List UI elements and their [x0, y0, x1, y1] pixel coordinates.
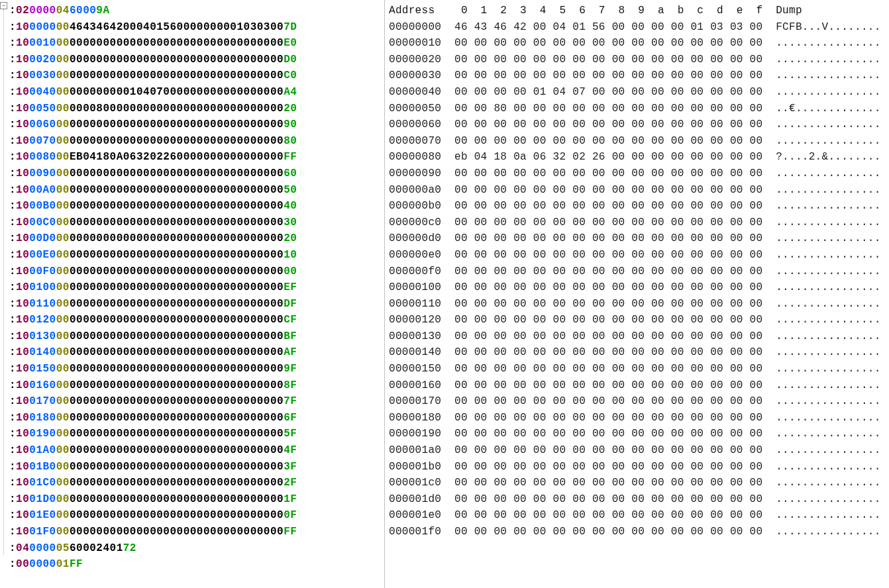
hex-dump-row[interactable]: 000001b0 00 00 00 00 00 00 00 00 00 00 0… [389, 459, 889, 475]
hex-dump-row[interactable]: 00000100 00 00 00 00 00 00 00 00 00 00 0… [389, 279, 889, 296]
intel-hex-record[interactable]: :100020000000000000000000000000000000000… [9, 52, 384, 68]
intel-hex-record[interactable]: :100120000000000000000000000000000000000… [9, 312, 384, 328]
hex-dump-row[interactable]: 000001c0 00 00 00 00 00 00 00 00 00 00 0… [389, 475, 889, 491]
hex-dump-row[interactable]: 000000d0 00 00 00 00 00 00 00 00 00 00 0… [389, 230, 889, 247]
record-type: 00 [56, 526, 70, 538]
hex-dump-row[interactable]: 000000a0 00 00 00 00 00 00 00 00 00 00 0… [389, 182, 889, 199]
record-bytecount: 10 [16, 461, 29, 473]
intel-hex-record[interactable]: :100000004643464200040156000000000103030… [9, 19, 384, 36]
intel-hex-record[interactable]: :100160000000000000000000000000000000000… [9, 377, 384, 394]
intel-hex-record[interactable]: :1000F0000000000000000000000000000000000… [9, 264, 384, 280]
hex-dump-row[interactable]: 00000000 46 43 46 42 00 04 01 56 00 00 0… [389, 19, 889, 36]
record-type: 00 [56, 444, 70, 456]
intel-hex-record[interactable]: :100110000000000000000000000000000000000… [9, 296, 384, 313]
intel-hex-record[interactable]: :100050000000800000000000000000000000000… [9, 101, 384, 117]
intel-hex-record[interactable]: :100170000000000000000000000000000000000… [9, 393, 384, 410]
record-colon: : [9, 232, 16, 244]
intel-hex-record[interactable]: :1000E0000000000000000000000000000000000… [9, 247, 384, 264]
intel-hex-record[interactable]: :1001F0000000000000000000000000000000000… [9, 524, 384, 540]
record-type: 00 [56, 395, 70, 407]
intel-hex-record[interactable]: :1000D0000000000000000000000000000000000… [9, 230, 384, 247]
hex-dump-row[interactable]: 00000010 00 00 00 00 00 00 00 00 00 00 0… [389, 35, 889, 52]
hex-dump-pane[interactable]: Address 0 1 2 3 4 5 6 7 8 9 a b c d e f … [384, 0, 889, 588]
hex-dump-row[interactable]: 00000040 00 00 00 00 01 04 07 00 00 00 0… [389, 84, 889, 101]
intel-hex-record[interactable]: :100040000000000001040700000000000000000… [9, 84, 384, 101]
hex-dump-row[interactable]: 000000f0 00 00 00 00 00 00 00 00 00 00 0… [389, 264, 889, 280]
intel-hex-record[interactable]: :100010000000000000000000000000000000000… [9, 35, 384, 52]
intel-hex-record[interactable]: :1001A0000000000000000000000000000000000… [9, 442, 384, 459]
intel-hex-record[interactable]: :100030000000000000000000000000000000000… [9, 68, 384, 84]
tree-collapse-toggle[interactable]: – [0, 2, 7, 9]
record-address: 0000 [29, 21, 56, 33]
intel-hex-record[interactable]: :1000A0000000000000000000000000000000000… [9, 182, 384, 199]
hex-dump-row[interactable]: 00000120 00 00 00 00 00 00 00 00 00 00 0… [389, 312, 889, 328]
record-bytecount: 10 [16, 330, 29, 342]
intel-hex-record[interactable]: :100090000000000000000000000000000000000… [9, 166, 384, 182]
record-type: 00 [56, 70, 70, 81]
intel-hex-record[interactable]: :0200000460009A [9, 3, 384, 19]
hex-dump-row[interactable]: 00000190 00 00 00 00 00 00 00 00 00 00 0… [389, 426, 889, 442]
hex-dump-row[interactable]: 00000020 00 00 00 00 00 00 00 00 00 00 0… [389, 52, 889, 68]
intel-hex-record[interactable]: :100100000000000000000000000000000000000… [9, 279, 384, 296]
record-checksum: E0 [284, 37, 297, 49]
hex-dump-row[interactable]: 00000060 00 00 00 00 00 00 00 00 00 00 0… [389, 117, 889, 133]
intel-hex-record[interactable]: :00000001FF [9, 556, 384, 573]
hex-dump-row[interactable]: 000001a0 00 00 00 00 00 00 00 00 00 00 0… [389, 442, 889, 459]
hex-dump-row[interactable]: 00000070 00 00 00 00 00 00 00 00 00 00 0… [389, 133, 889, 150]
record-colon: : [9, 266, 16, 277]
record-type: 00 [56, 200, 70, 212]
hex-dump-row[interactable]: 00000050 00 00 80 00 00 00 00 00 00 00 0… [389, 101, 889, 117]
intel-hex-record[interactable]: :040000056000240172 [9, 540, 384, 557]
record-checksum: 10 [284, 249, 297, 261]
record-data: 00000000000000000000000000000000 [70, 37, 284, 49]
record-colon: : [9, 249, 16, 261]
hex-dump-row[interactable]: 00000030 00 00 00 00 00 00 00 00 00 00 0… [389, 68, 889, 84]
hex-dump-row[interactable]: 000001e0 00 00 00 00 00 00 00 00 00 00 0… [389, 507, 889, 524]
record-address: 0100 [29, 281, 56, 293]
intel-hex-record[interactable]: :100180000000000000000000000000000000000… [9, 410, 384, 426]
intel-hex-record[interactable]: :100140000000000000000000000000000000000… [9, 344, 384, 361]
intel-hex-record[interactable]: :1000C0000000000000000000000000000000000… [9, 215, 384, 231]
hex-dump-row[interactable]: 000001d0 00 00 00 00 00 00 00 00 00 00 0… [389, 491, 889, 508]
record-checksum: 2F [284, 477, 297, 489]
hex-dump-row[interactable]: 000000c0 00 00 00 00 00 00 00 00 00 00 0… [389, 215, 889, 231]
intel-hex-record[interactable]: :1001C0000000000000000000000000000000000… [9, 475, 384, 491]
record-address: 00C0 [29, 217, 56, 228]
record-type: 00 [56, 266, 70, 277]
hex-dump-row[interactable]: 00000130 00 00 00 00 00 00 00 00 00 00 0… [389, 328, 889, 345]
hex-dump-row[interactable]: 00000080 eb 04 18 0a 06 32 02 26 00 00 0… [389, 149, 889, 166]
hex-dump-row[interactable]: 000000b0 00 00 00 00 00 00 00 00 00 00 0… [389, 198, 889, 215]
intel-hex-record[interactable]: :100070000000000000000000000000000000000… [9, 133, 384, 150]
record-colon: : [9, 558, 16, 570]
record-colon: : [9, 542, 16, 554]
hex-dump-row[interactable]: 000001f0 00 00 00 00 00 00 00 00 00 00 0… [389, 524, 889, 540]
hex-dump-header: Address 0 1 2 3 4 5 6 7 8 9 a b c d e f … [389, 3, 889, 19]
hex-dump-row[interactable]: 00000170 00 00 00 00 00 00 00 00 00 00 0… [389, 393, 889, 410]
intel-hex-record[interactable]: :1001D0000000000000000000000000000000000… [9, 491, 384, 508]
hex-dump-row[interactable]: 00000150 00 00 00 00 00 00 00 00 00 00 0… [389, 361, 889, 377]
record-address: 0050 [29, 103, 56, 115]
intel-hex-record[interactable]: :1001B0000000000000000000000000000000000… [9, 459, 384, 475]
record-data: 00000000000000000000000000000000 [70, 135, 284, 147]
record-data: 00000000000000000000000000000000 [70, 266, 284, 277]
intel-hex-record[interactable]: :100150000000000000000000000000000000000… [9, 361, 384, 377]
hex-dump-row[interactable]: 00000160 00 00 00 00 00 00 00 00 00 00 0… [389, 377, 889, 394]
hex-dump-row[interactable]: 00000140 00 00 00 00 00 00 00 00 00 00 0… [389, 344, 889, 361]
hex-dump-row[interactable]: 000000e0 00 00 00 00 00 00 00 00 00 00 0… [389, 247, 889, 264]
intel-hex-record[interactable]: :100060000000000000000000000000000000000… [9, 117, 384, 133]
record-address: 0090 [29, 168, 56, 179]
intel-hex-record[interactable]: :100190000000000000000000000000000000000… [9, 426, 384, 442]
record-type: 00 [56, 477, 70, 489]
intel-hex-pane[interactable]: – :0200000460009A:1000000046434642000401… [0, 0, 384, 588]
hex-dump-row[interactable]: 00000110 00 00 00 00 00 00 00 00 00 00 0… [389, 296, 889, 313]
intel-hex-record[interactable]: :10008000EB04180A06320226000000000000000… [9, 149, 384, 166]
record-bytecount: 10 [16, 314, 29, 326]
intel-hex-record[interactable]: :100130000000000000000000000000000000000… [9, 328, 384, 345]
record-checksum: 8F [284, 379, 297, 391]
record-address: 00B0 [29, 200, 56, 212]
record-address: 0150 [29, 363, 56, 375]
hex-dump-row[interactable]: 00000090 00 00 00 00 00 00 00 00 00 00 0… [389, 166, 889, 182]
intel-hex-record[interactable]: :1001E0000000000000000000000000000000000… [9, 507, 384, 524]
hex-dump-row[interactable]: 00000180 00 00 00 00 00 00 00 00 00 00 0… [389, 410, 889, 426]
intel-hex-record[interactable]: :1000B0000000000000000000000000000000000… [9, 198, 384, 215]
